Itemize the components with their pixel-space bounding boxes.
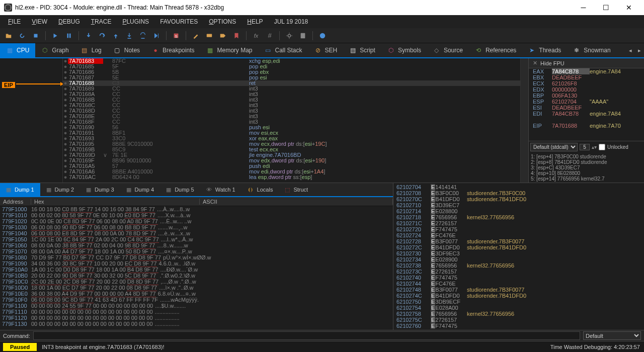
disasm-row[interactable]: ●7A70168ECCint3 [63, 114, 520, 119]
dump-row[interactable]: 779F10A01A 00 1C 00 D0 D8 9F 77 18 00 1A… [0, 267, 393, 273]
disasm-row[interactable]: ●7A70168387FCxchg esp,edi [63, 58, 520, 64]
stack-row[interactable]: 62102704E1414141 [393, 184, 644, 190]
disasm-row[interactable]: ●7A70168FCCint3 [63, 119, 520, 125]
disasm-row[interactable]: ●7A701689CCint3 [63, 86, 520, 92]
comment-icon[interactable] [204, 30, 215, 41]
disasm-row[interactable]: ●7A7016AC8D6424 00lea esp,dword ptr ss:[… [63, 174, 520, 180]
stack-row[interactable]: 62102708EB3F0C00studiorender.7B3F0C00 [393, 190, 644, 196]
dump-row[interactable]: 779F110000 00 00 00 24 55 9F 77 00 00 00… [0, 303, 393, 309]
disasm-row[interactable]: ●7A70169056push esi [63, 125, 520, 130]
disasm-row[interactable]: ●7A7016958B8E 9C010000mov ecx,dword ptr … [63, 141, 520, 147]
about-icon[interactable] [317, 30, 328, 41]
tab-references[interactable]: ⟲References [469, 43, 522, 57]
disasm-scrollbar[interactable] [520, 58, 528, 183]
dump-row[interactable]: 779F111000 00 00 00 00 00 00 00 00 00 00… [0, 309, 393, 315]
trace-over-icon[interactable] [137, 30, 148, 41]
register-row[interactable] [529, 117, 644, 123]
dump-col-hex[interactable]: Hex [31, 199, 200, 205]
step-into-icon[interactable] [83, 30, 94, 41]
dump-tab-dump-4[interactable]: ▦Dump 4 [120, 183, 160, 196]
tab-script[interactable]: ▤Script [343, 43, 381, 57]
dump-tab-dump-1[interactable]: ▦Dump 1 [0, 183, 40, 196]
register-row[interactable]: ESIDEADBEEF [529, 105, 644, 111]
dump-view[interactable]: 779F100016 00 18 00 C0 8B 9F 77 14 00 16… [0, 206, 393, 330]
dump-row[interactable]: 779F107008 00 0A 00 A4 D7 9F 77 18 00 1A… [0, 248, 393, 254]
stack-row[interactable]: 62102724EFC476E [393, 232, 644, 238]
calling-convention-select[interactable]: Default (stdcall) [530, 143, 578, 151]
disasm-row[interactable]: ●7A7016875Epop esi [63, 75, 520, 80]
tab-symbols[interactable]: ⬡Symbols [381, 43, 427, 57]
register-row[interactable]: EBXDEADBEEF [529, 74, 644, 80]
spin-icon[interactable]: ▴▾ [592, 144, 597, 150]
regpanel-close-icon[interactable]: ✕ [533, 60, 537, 66]
stack-row[interactable]: 62102730E3DF9EC3 [393, 250, 644, 256]
bookmark-icon[interactable] [231, 30, 242, 41]
tab-log[interactable]: ▤Log [75, 43, 108, 57]
dump-row[interactable]: 779F10B020 00 22 00 90 D8 9F 77 30 00 32… [0, 273, 393, 279]
hash-icon[interactable]: # [264, 30, 275, 41]
close-button[interactable]: ✕ [617, 0, 640, 15]
settings-icon[interactable] [284, 30, 295, 41]
tab-notes[interactable]: ▢Notes [108, 43, 146, 57]
dump-tab-dump-3[interactable]: ▦Dump 3 [80, 183, 120, 196]
minimize-button[interactable]: ─ [572, 0, 595, 15]
tab-seh[interactable]: ⊘SEH [308, 43, 344, 57]
tab-memory-map[interactable]: ▦Memory Map [200, 43, 258, 57]
run-icon[interactable] [50, 30, 61, 41]
stack-row[interactable]: 62102734EE028900 [393, 256, 644, 262]
scylla-icon[interactable]: S [171, 30, 182, 41]
register-row[interactable]: ECX621026F8 [529, 80, 644, 86]
step-over-icon[interactable] [97, 30, 108, 41]
dump-row[interactable]: 779F10200C 00 0E 00 C8 8D 9F 77 06 00 08… [0, 218, 393, 224]
dump-row[interactable]: 779F10D018 00 1A 00 EC D7 9F 77 20 00 22… [0, 285, 393, 291]
stack-view[interactable]: 62102704E141414162102708EB3F0C00studiore… [393, 183, 644, 330]
stack-row[interactable]: 62102728EB3F0077studiorender.7B3F0077 [393, 238, 644, 244]
register-row[interactable]: EDI7A84CB78engine.7A84 [529, 111, 644, 117]
stack-row[interactable]: 6210274CEB41DFD0studiorender.7B41DFD0 [393, 293, 644, 299]
disasm-row[interactable]: ●7A70168DCCint3 [63, 108, 520, 114]
register-row[interactable]: EIP7A701688engine.7A70 [529, 123, 644, 129]
disasm-row[interactable]: ●7A7016865Bpop ebx [63, 69, 520, 75]
dump-row[interactable]: 779F108070 D9 9F 77 B0 D7 9F 77 CC D7 9F… [0, 254, 393, 260]
disasm-row[interactable]: ●7A701688C3ret [63, 80, 520, 86]
dump-row[interactable]: 779F103006 00 08 00 90 8D 9F 77 06 00 08… [0, 224, 393, 230]
stack-row[interactable]: 62102714EE028800 [393, 208, 644, 214]
register-row[interactable]: EBP006FA130 [529, 93, 644, 99]
dump-row[interactable]: 779F10501C 00 1E 00 6C 84 9F 77 2A 00 2C… [0, 236, 393, 242]
stack-row[interactable]: 6210270CEB41DFD0studiorender.7B41DFD0 [393, 196, 644, 202]
disasm-row[interactable]: ●7A70168BCCint3 [63, 97, 520, 103]
stack-args-view[interactable]: 1: [esp+4] 7B3F0C00 studiorende2: [esp+8… [529, 153, 644, 183]
tab-graph[interactable]: ⬡Graph [35, 43, 74, 57]
stack-row[interactable]: 6210273CE2726157 [393, 269, 644, 275]
stack-row[interactable]: 6210275CE2726157 [393, 317, 644, 323]
open-icon[interactable] [3, 30, 14, 41]
dump-row[interactable]: 779F101000 00 02 00 80 58 9F 77 0E 00 10… [0, 212, 393, 218]
stack-row[interactable]: 62102740EF747475 [393, 275, 644, 281]
tab-next-icon[interactable]: ▸ [635, 43, 644, 58]
dump-row[interactable]: 779F113000 00 00 00 00 00 00 00 00 00 00… [0, 321, 393, 327]
stack-row[interactable]: 62102760EF747475 [393, 323, 644, 329]
tab-breakpoints[interactable]: ●Breakpoints [146, 43, 200, 57]
dump-row[interactable]: 779F10C02C 00 2E 00 2C D8 9F 77 20 00 22… [0, 279, 393, 285]
disassembly-view[interactable]: ●7A70168387FCxchg esp,edi●7A7016855Fpop … [63, 58, 520, 183]
calc-icon[interactable] [297, 30, 308, 41]
dump-tab-dump-2[interactable]: ▦Dump 2 [40, 183, 80, 196]
register-row[interactable]: EDX00000000 [529, 86, 644, 93]
fx-icon[interactable]: fx [251, 30, 262, 41]
dump-row[interactable]: 779F112000 00 00 00 00 00 00 00 00 00 00… [0, 315, 393, 321]
dump-tab-dump-5[interactable]: ▦Dump 5 [160, 183, 200, 196]
dump-tab-locals[interactable]: ⟬⟭Locals [242, 183, 279, 196]
dump-row[interactable]: 779F10E036 00 38 00 A4 D9 9F 77 00 00 00… [0, 291, 393, 297]
trace-into-icon[interactable] [124, 30, 135, 41]
stack-row[interactable]: 6210271CE2726157 [393, 220, 644, 226]
dump-row[interactable]: 779F100016 00 18 00 C0 8B 9F 77 14 00 16… [0, 206, 393, 212]
dump-col-ascii[interactable]: ASCII [200, 199, 393, 205]
fpu-toggle[interactable]: Hide FPU [540, 60, 565, 66]
register-row[interactable]: EAX7A84CB78engine.7A84 [529, 68, 644, 74]
dump-col-addr[interactable]: Address [0, 199, 31, 205]
stack-row[interactable]: 62102738E7656956kernel32.77656956 [393, 262, 644, 269]
arg-count-input[interactable] [580, 144, 590, 150]
menu-favourites[interactable]: FAVOURITES [155, 17, 203, 27]
disasm-row[interactable]: ●7A7016918BF1mov esi,ecx [63, 130, 520, 136]
tab-threads[interactable]: ➤Threads [522, 43, 567, 57]
